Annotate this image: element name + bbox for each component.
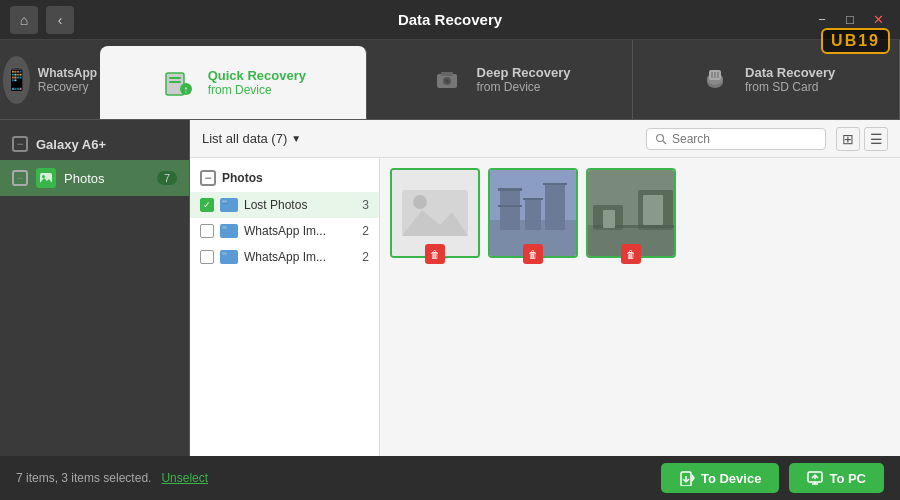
delete-button-1[interactable]: 🗑	[425, 244, 445, 264]
svg-rect-6	[441, 72, 453, 76]
delete-button-2[interactable]: 🗑	[523, 244, 543, 264]
search-input[interactable]	[672, 132, 802, 146]
phone-icon: 📱	[3, 67, 30, 93]
search-box	[646, 128, 826, 150]
svg-rect-24	[222, 226, 227, 229]
tree-header-label: Photos	[222, 171, 263, 185]
sub-panel: Photos Lost Photos 3	[190, 158, 900, 456]
svg-rect-25	[222, 254, 236, 263]
svg-point-29	[413, 195, 427, 209]
tree-header-collapse-icon	[200, 170, 216, 186]
svg-rect-37	[498, 205, 522, 207]
tab-home-label1: WhatsApp	[38, 66, 97, 80]
svg-line-19	[663, 141, 666, 144]
unselect-link[interactable]: Unselect	[161, 471, 208, 485]
to-pc-button[interactable]: To PC	[789, 463, 884, 493]
lost-photos-label: Lost Photos	[244, 198, 354, 212]
whatsapp1-count: 2	[362, 224, 369, 238]
whatsapp1-checkbox[interactable]	[200, 224, 214, 238]
sidebar-item-photos[interactable]: Photos 7	[0, 160, 189, 196]
svg-rect-36	[498, 188, 522, 191]
delete-button-3[interactable]: 🗑	[621, 244, 641, 264]
whatsapp2-count: 2	[362, 250, 369, 264]
whatsapp1-folder-icon	[220, 224, 238, 238]
sidebar-device-item[interactable]: Galaxy A6+	[0, 128, 189, 160]
svg-rect-23	[222, 228, 236, 237]
to-pc-icon	[807, 470, 823, 486]
svg-rect-35	[545, 185, 565, 230]
photo-item-3[interactable]: 🗑	[586, 168, 676, 258]
tree-item-whatsapp-1[interactable]: WhatsApp Im... 2	[190, 218, 379, 244]
svg-point-8	[445, 79, 449, 83]
lost-photos-checkbox[interactable]	[200, 198, 214, 212]
tree-header-photos[interactable]: Photos	[190, 164, 379, 192]
photos-icon	[36, 168, 56, 188]
svg-rect-39	[543, 183, 567, 185]
photo-item-2[interactable]: 🗑	[488, 168, 578, 258]
quick-recovery-text: Quick Recovery from Device	[208, 68, 306, 97]
dropdown-icon: ▼	[291, 133, 301, 144]
device-label: Galaxy A6+	[36, 137, 106, 152]
list-all-button[interactable]: List all data (7) ▼	[202, 131, 301, 146]
photo-item-1[interactable]: 🗑	[390, 168, 480, 258]
sidebar: Galaxy A6+ Photos 7	[0, 120, 190, 456]
svg-point-18	[657, 134, 664, 141]
title-bar: ⌂ ‹ Data Recovery UB19 − □ ✕	[0, 0, 900, 40]
search-icon	[655, 133, 667, 145]
tab-home-label2: Recovery	[38, 80, 97, 94]
svg-rect-46	[643, 195, 663, 225]
title-bar-left: ⌂ ‹	[10, 6, 74, 34]
svg-rect-13	[714, 72, 716, 78]
whatsapp2-label: WhatsApp Im...	[244, 250, 354, 264]
back-button[interactable]: ‹	[46, 6, 74, 34]
sd-recovery-text: Data Recovery from SD Card	[745, 65, 835, 94]
photos-label: Photos	[64, 171, 104, 186]
collapse-icon	[12, 136, 28, 152]
svg-text:↑: ↑	[183, 84, 188, 95]
svg-rect-38	[523, 198, 543, 200]
to-device-label: To Device	[701, 471, 761, 486]
view-toggle-buttons: ⊞ ☰	[836, 127, 888, 151]
home-icon-area: 📱	[3, 56, 30, 104]
whatsapp-recovery-label: WhatsApp Recovery	[38, 66, 97, 94]
deep-recovery-icon	[429, 62, 465, 98]
app-title: Data Recovery	[398, 11, 502, 28]
sd-recovery-icon	[697, 62, 733, 98]
list-view-button[interactable]: ☰	[864, 127, 888, 151]
tab-deep-recovery[interactable]: Deep Recovery from Device	[367, 40, 634, 119]
photos-count: 7	[157, 171, 177, 185]
tree-panel: Photos Lost Photos 3	[190, 158, 380, 456]
grid-view-button[interactable]: ⊞	[836, 127, 860, 151]
lost-photos-count: 3	[362, 198, 369, 212]
photos-grid: 🗑	[380, 158, 900, 456]
svg-rect-45	[603, 210, 615, 228]
main-content: Galaxy A6+ Photos 7 List all data (7) ▼	[0, 120, 900, 456]
action-buttons: To Device To PC	[661, 463, 884, 493]
svg-point-16	[42, 175, 45, 178]
list-all-label: List all data (7)	[202, 131, 287, 146]
svg-rect-14	[717, 72, 719, 78]
nav-tabs: 📱 WhatsApp Recovery ↑ Quick Recovery fro…	[0, 40, 900, 120]
svg-rect-33	[500, 190, 520, 230]
tree-item-whatsapp-2[interactable]: WhatsApp Im... 2	[190, 244, 379, 270]
svg-rect-34	[525, 200, 541, 230]
svg-rect-22	[222, 200, 227, 203]
svg-rect-12	[711, 72, 713, 78]
tree-item-lost-photos[interactable]: Lost Photos 3	[190, 192, 379, 218]
whatsapp1-label: WhatsApp Im...	[244, 224, 354, 238]
svg-rect-1	[169, 77, 181, 79]
watermark: UB19	[821, 28, 890, 54]
tab-quick-recovery[interactable]: ↑ Quick Recovery from Device	[100, 46, 367, 119]
whatsapp2-checkbox[interactable]	[200, 250, 214, 264]
watermark-text: UB19	[831, 32, 880, 49]
home-button[interactable]: ⌂	[10, 6, 38, 34]
svg-rect-2	[169, 81, 181, 83]
toolbar: List all data (7) ▼ ⊞ ☰	[190, 120, 900, 158]
to-pc-label: To PC	[829, 471, 866, 486]
photos-collapse-icon	[12, 170, 28, 186]
content-panel: List all data (7) ▼ ⊞ ☰ Photos	[190, 120, 900, 456]
whatsapp2-folder-icon	[220, 250, 238, 264]
to-device-button[interactable]: To Device	[661, 463, 779, 493]
lost-photos-folder-icon	[220, 198, 238, 212]
deep-recovery-text: Deep Recovery from Device	[477, 65, 571, 94]
